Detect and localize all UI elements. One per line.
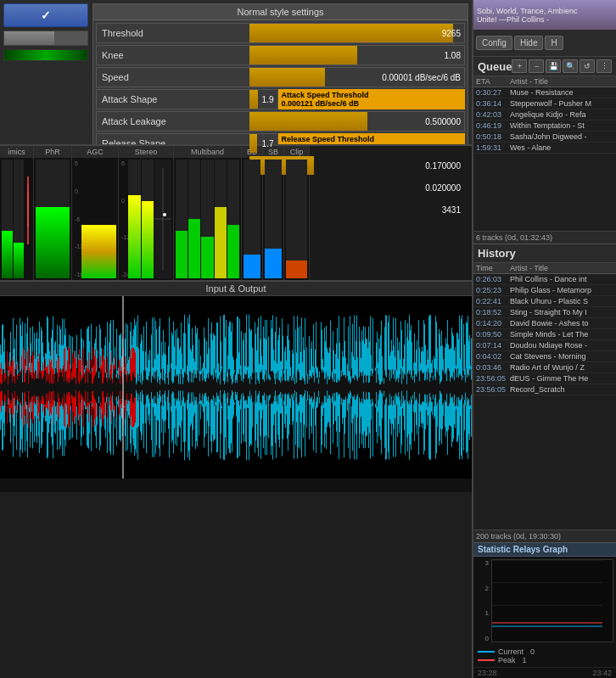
history-list: 0:26:03 Phil Collins - Dance int 0:25:23… <box>473 274 616 530</box>
sb-meter: SB <box>263 146 284 280</box>
attack-leakage-label: Attack Leakage <box>97 116 249 126</box>
legend-peak-label: Peak <box>498 656 516 664</box>
mb-bar5 <box>227 160 239 278</box>
agc-bars: 60-6-12-18 <box>72 158 118 280</box>
history-item[interactable]: 0:22:41 Black Uhuru - Plastic S <box>473 296 616 307</box>
stat-graph-area <box>491 559 613 642</box>
mb-bar2 <box>188 160 200 278</box>
queue-col-eta: ETA <box>476 77 510 86</box>
history-item[interactable]: 0:03:46 Radio Art of Wunjo / Z <box>473 362 616 373</box>
queue-item-eta: 0:36:14 <box>476 99 510 108</box>
now-playing-line1: Sobi, World, Trance, Ambienc <box>477 7 613 15</box>
history-item[interactable]: 0:14:20 David Bowie - Ashes to <box>473 318 616 329</box>
history-header: History <box>473 244 616 263</box>
stereo-scale: 60-12-24 <box>120 160 127 278</box>
speed-row: Speed 0.00001 dB/sec/6 dB <box>96 67 465 87</box>
history-total: 200 tracks (0d, 19:30:30) <box>473 530 616 542</box>
stat-graph-canvas <box>492 560 602 628</box>
waveform-canvas <box>0 296 472 479</box>
queue-add-btn[interactable]: + <box>512 59 527 73</box>
queue-more-btn[interactable]: ⋮ <box>596 59 612 73</box>
legend-peak-color <box>478 659 495 661</box>
release-shape-bar[interactable]: 1.7 <box>249 134 277 153</box>
history-item[interactable]: 0:04:02 Cat Stevens - Morning <box>473 351 616 362</box>
queue-header: Queue + − 💾 🔍 ↺ ⋮ <box>473 57 616 76</box>
phr-label: PhR <box>34 146 71 158</box>
bb-meter: BB <box>242 146 263 280</box>
history-item-artist: Cat Stevens - Morning <box>510 352 613 361</box>
config-button[interactable]: Config <box>476 36 512 50</box>
threshold-bar[interactable]: 9265 <box>249 24 464 42</box>
stereo-bar-r <box>142 160 154 278</box>
clip-meter: Clip <box>284 146 310 280</box>
sb-bars <box>263 158 283 280</box>
speed-bar[interactable]: 0.00001 dB/sec/6 dB <box>249 68 464 87</box>
agc-meter: AGC 60-6-12-18 <box>72 146 119 280</box>
queue-item-artist: Angelique Kidjo - Refa <box>510 110 613 119</box>
phr-meter: PhR <box>34 146 72 280</box>
y-label-3: 3 <box>476 559 489 567</box>
uncoupled-towards-value: 3431 <box>442 205 461 215</box>
mb-bar3 <box>201 160 213 278</box>
h-button[interactable]: H <box>545 36 563 50</box>
queue-remove-btn[interactable]: − <box>529 59 544 73</box>
history-item[interactable]: 0:18:52 Sting - Straight To My I <box>473 307 616 318</box>
config-bar: Config Hide H <box>473 30 616 57</box>
history-item-artist: David Bowie - Ashes to <box>510 319 613 328</box>
agc-label: AGC <box>72 146 118 158</box>
history-item[interactable]: 23:56:05 Record_Scratch <box>473 384 616 395</box>
history-item-time: 0:09:50 <box>476 330 510 339</box>
phr-bars <box>34 158 71 280</box>
history-item-time: 23:56:05 <box>476 385 510 394</box>
multiband-bars <box>174 158 241 280</box>
queue-section: Queue + − 💾 🔍 ↺ ⋮ ETA Artist - Title 0:3… <box>473 57 616 244</box>
multiband-meter: Multiband <box>174 146 242 280</box>
io-section: Input & Output <box>0 280 472 492</box>
history-item-artist: Philip Glass - Metamorp <box>510 286 613 294</box>
dynamics-label: imics <box>0 146 33 158</box>
history-item-artist: Sting - Straight To My I <box>510 308 613 317</box>
slider1[interactable] <box>3 31 88 46</box>
queue-refresh-btn[interactable]: ↺ <box>580 59 595 73</box>
history-item[interactable]: 0:09:50 Simple Minds - Let The <box>473 329 616 340</box>
stereo-bars: 60-12-24 <box>119 158 173 280</box>
release-leakage-value: 0.170000 <box>425 161 461 171</box>
history-item[interactable]: 0:25:23 Philip Glass - Metamorp <box>473 285 616 296</box>
hide-button[interactable]: Hide <box>514 36 544 50</box>
history-item-time: 0:26:03 <box>476 275 510 283</box>
queue-item[interactable]: 0:50:18 Sasha/John Digweed - <box>473 132 616 143</box>
history-item[interactable]: 23:56:05 dEUS - Gimme The He <box>473 373 616 384</box>
history-item-time: 0:04:02 <box>476 352 510 361</box>
stat-graph-bottom: 23:28 23:42 <box>473 667 616 678</box>
queue-item-eta: 1:59:31 <box>476 143 510 152</box>
attack-shape-col: Attack Shape 1.9 <box>96 89 278 109</box>
queue-item[interactable]: 0:36:14 Steppenwolf - Pusher M <box>473 98 616 109</box>
blue-toggle-button[interactable]: ✓ <box>3 3 88 27</box>
queue-item[interactable]: 0:42:03 Angelique Kidjo - Refa <box>473 109 616 120</box>
queue-search-btn[interactable]: 🔍 <box>563 59 578 73</box>
legend-current-label: Current <box>498 647 524 656</box>
attack-leakage-row: Attack Leakage 0.500000 <box>96 111 465 132</box>
history-col-headers: Time Artist - Title <box>473 263 616 274</box>
history-item[interactable]: 0:26:03 Phil Collins - Dance int <box>473 274 616 285</box>
knee-bar[interactable]: 1.08 <box>249 46 464 64</box>
history-section: History Time Artist - Title 0:26:03 Phil… <box>473 244 616 542</box>
queue-item[interactable]: 0:46:19 Within Temptation - St <box>473 120 616 132</box>
settings-title: Normal style settings <box>93 4 468 20</box>
attack-shape-label: Attack Shape <box>97 94 249 104</box>
queue-item-artist: Steppenwolf - Pusher M <box>510 99 613 108</box>
color-bar <box>3 49 88 61</box>
history-title: History <box>478 247 516 260</box>
history-item[interactable]: 0:07:14 Doudou Ndiaye Rose - <box>473 340 616 351</box>
queue-save-btn[interactable]: 💾 <box>546 59 561 73</box>
attack-shape-value: 1.9 <box>262 95 274 104</box>
attack-shape-bar[interactable]: 1.9 <box>249 90 277 109</box>
history-col-artist: Artist - Title <box>510 264 613 272</box>
history-item-artist: Simple Minds - Let The <box>510 330 613 339</box>
attack-leakage-bar[interactable]: 0.500000 <box>249 112 464 131</box>
queue-item[interactable]: 0:30:27 Muse - Resistance <box>473 87 616 98</box>
queue-item[interactable]: 1:59:31 Wes - Alane <box>473 143 616 154</box>
clip-bars <box>284 158 309 280</box>
queue-item-eta: 0:30:27 <box>476 88 510 97</box>
clip-bar <box>286 160 307 278</box>
